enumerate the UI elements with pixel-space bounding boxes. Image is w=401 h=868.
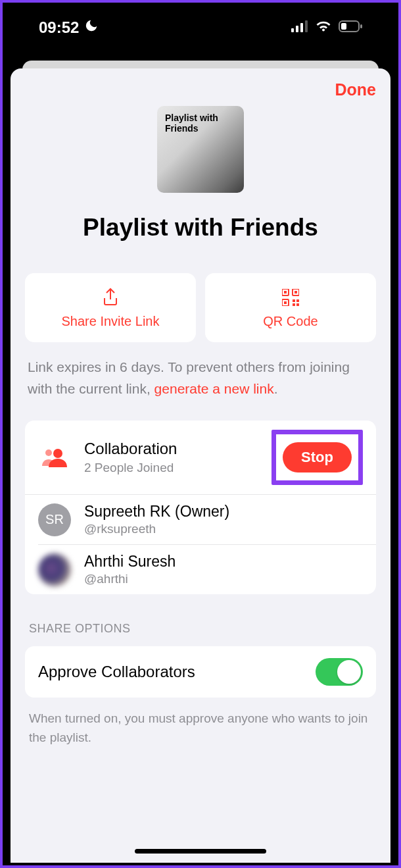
sheet-header: Done xyxy=(25,80,376,99)
modal-sheet: Done Playlist with Friends Playlist with… xyxy=(11,68,390,863)
action-row: Share Invite Link QR Code xyxy=(25,273,376,342)
svg-point-17 xyxy=(45,449,52,456)
person-handle: @rksupreeth xyxy=(84,522,229,536)
svg-rect-6 xyxy=(360,24,362,28)
people-list: SR Supreeth RK (Owner) @rksupreeth Ahrth… xyxy=(25,495,376,594)
approve-hint: When turned on, you must approve anyone … xyxy=(25,709,376,747)
svg-rect-10 xyxy=(295,291,297,294)
collaboration-text: Collaboration 2 People Joined xyxy=(84,440,258,475)
svg-rect-2 xyxy=(300,23,303,32)
qr-code-button[interactable]: QR Code xyxy=(205,273,376,342)
person-name: Ahrthi Suresh xyxy=(84,553,176,571)
stop-button[interactable]: Stop xyxy=(283,442,352,472)
svg-rect-14 xyxy=(296,299,299,302)
svg-point-18 xyxy=(53,449,62,458)
playlist-title: Playlist with Friends xyxy=(25,214,376,242)
share-invite-button[interactable]: Share Invite Link xyxy=(25,273,196,342)
status-time: 09:52 xyxy=(39,18,79,37)
svg-rect-8 xyxy=(284,291,287,294)
person-row[interactable]: SR Supreeth RK (Owner) @rksupreeth xyxy=(38,495,376,545)
share-icon xyxy=(102,288,119,307)
svg-rect-15 xyxy=(293,303,295,306)
svg-rect-5 xyxy=(341,23,346,30)
svg-rect-12 xyxy=(284,301,287,304)
approve-toggle[interactable] xyxy=(316,658,363,686)
wifi-icon xyxy=(315,20,332,36)
artwork-container: Playlist with Friends xyxy=(25,106,376,193)
svg-rect-13 xyxy=(293,299,295,302)
collaboration-subtitle: 2 People Joined xyxy=(84,461,258,475)
avatar: SR xyxy=(38,503,71,536)
stop-highlight: Stop xyxy=(271,430,363,485)
approve-label: Approve Collaborators xyxy=(38,663,195,681)
person-name: Supreeth RK (Owner) xyxy=(84,503,229,521)
share-invite-label: Share Invite Link xyxy=(62,314,160,329)
person-row[interactable]: Ahrthi Suresh @ahrthi xyxy=(38,545,376,594)
status-bar: 09:52 xyxy=(3,3,398,52)
share-options-label: SHARE OPTIONS xyxy=(29,622,376,636)
person-info: Supreeth RK (Owner) @rksupreeth xyxy=(84,503,229,536)
collaboration-title: Collaboration xyxy=(84,440,258,458)
svg-rect-0 xyxy=(291,28,294,32)
toggle-knob xyxy=(337,660,361,684)
generate-link[interactable]: generate a new link xyxy=(154,381,274,396)
svg-rect-16 xyxy=(296,303,299,306)
person-info: Ahrthi Suresh @ahrthi xyxy=(84,553,176,586)
collaboration-row: Collaboration 2 People Joined Stop xyxy=(25,421,376,495)
cell-signal-icon xyxy=(291,20,308,35)
approve-row: Approve Collaborators xyxy=(25,646,376,698)
status-right xyxy=(291,20,362,36)
battery-icon xyxy=(339,20,362,35)
status-left: 09:52 xyxy=(39,18,99,37)
collaboration-group: Collaboration 2 People Joined Stop SR Su… xyxy=(25,421,376,594)
person-handle: @ahrthi xyxy=(84,572,176,586)
people-icon xyxy=(38,447,71,467)
svg-rect-1 xyxy=(296,26,298,32)
avatar xyxy=(38,553,71,586)
moon-icon xyxy=(84,18,99,37)
done-button[interactable]: Done xyxy=(335,80,377,99)
home-indicator[interactable] xyxy=(135,849,266,854)
svg-rect-3 xyxy=(305,20,308,32)
qr-icon xyxy=(282,288,299,307)
hint-suffix: . xyxy=(274,381,278,396)
playlist-artwork: Playlist with Friends xyxy=(157,106,244,193)
qr-code-label: QR Code xyxy=(263,314,318,329)
link-hint: Link expires in 6 days. To prevent other… xyxy=(25,357,376,399)
